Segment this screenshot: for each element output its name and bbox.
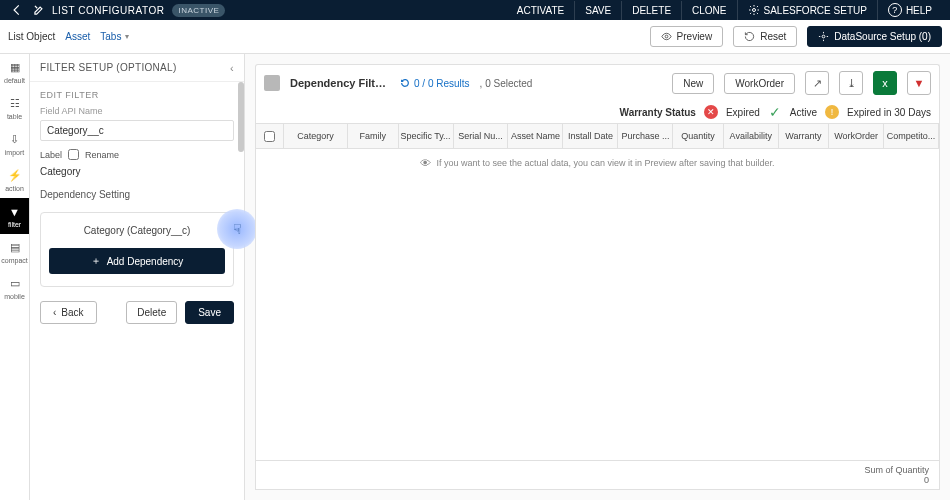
rail-item-import[interactable]: ⇩ import (0, 126, 29, 162)
compact-icon: ▤ (8, 241, 22, 255)
activate-button[interactable]: ACTIVATE (507, 1, 574, 20)
filter-icon: ▼ (8, 205, 22, 219)
bolt-icon: ⚡ (8, 169, 22, 183)
grid-icon: ▦ (8, 61, 22, 75)
empty-message: 👁 If you want to see the actual data, yo… (420, 157, 774, 169)
results-count: 0 / 0 Results (400, 78, 470, 89)
field-api-input[interactable]: Category__c (40, 120, 234, 141)
header-block-icon (264, 75, 280, 91)
col-quantity[interactable]: Quantity (673, 124, 723, 148)
import-icon: ⇩ (8, 133, 22, 147)
table-body: 👁 If you want to see the actual data, yo… (255, 149, 940, 461)
preview-label: Preview (677, 31, 713, 42)
excel-icon[interactable]: x (873, 71, 897, 95)
col-purchase[interactable]: Purchase ... (618, 124, 673, 148)
add-dependency-button[interactable]: ＋ Add Dependency (49, 248, 225, 274)
dependency-title: Category (Category__c) (49, 225, 225, 236)
panel-header: FILTER SETUP (OPTIONAL) ‹ (30, 54, 244, 82)
warning-dot-icon: ! (825, 105, 839, 119)
table-header: Category Family Specific Ty... Serial Nu… (255, 123, 940, 149)
top-bar: LIST CONFIGURATOR INACTIVE ACTIVATE SAVE… (0, 0, 950, 20)
list-object-link[interactable]: Asset (65, 31, 90, 42)
refresh-icon (400, 78, 410, 88)
datasource-label: DataSource Setup (0) (834, 31, 931, 42)
help-button[interactable]: ? HELP (877, 0, 942, 21)
col-competitor[interactable]: Competito... (884, 124, 939, 148)
panel-scrollbar[interactable] (238, 82, 244, 152)
sum-label: Sum of Quantity (864, 465, 929, 475)
rail-item-table[interactable]: ☷ table (0, 90, 29, 126)
rail-item-default[interactable]: ▦ default (0, 54, 29, 90)
rail-item-action[interactable]: ⚡ action (0, 162, 29, 198)
table-footer: Sum of Quantity 0 (255, 461, 940, 490)
list-object-label: List Object (8, 31, 55, 42)
salesforce-setup-button[interactable]: SALESFORCE SETUP (737, 0, 877, 20)
preview-button[interactable]: Preview (650, 26, 724, 47)
rail-item-mobile[interactable]: ▭ mobile (0, 270, 29, 306)
eye-icon (661, 31, 672, 42)
label-value: Category (30, 162, 244, 185)
content-header: Dependency Filter Setti... 0 / 0 Results… (255, 64, 940, 101)
col-availability[interactable]: Availability (724, 124, 779, 148)
rail-item-filter[interactable]: ▼ filter (0, 198, 29, 234)
filter-reset-icon[interactable]: ▼ (907, 71, 931, 95)
breadcrumb-bar: List Object Asset Tabs ▾ Preview Reset D… (0, 20, 950, 54)
share-icon[interactable]: ↗ (805, 71, 829, 95)
reset-label: Reset (760, 31, 786, 42)
col-asset-name[interactable]: Asset Name (508, 124, 563, 148)
back-button[interactable] (8, 1, 26, 19)
datasource-setup-button[interactable]: DataSource Setup (0) (807, 26, 942, 47)
collapse-icon[interactable]: ‹ (230, 62, 234, 74)
rail-item-compact[interactable]: ▤ compact (0, 234, 29, 270)
svg-point-2 (822, 35, 825, 38)
select-all-checkbox[interactable] (264, 131, 275, 142)
filter-panel: FILTER SETUP (OPTIONAL) ‹ EDIT FILTER Fi… (30, 54, 245, 500)
save-button[interactable]: SAVE (574, 1, 621, 20)
rename-checkbox[interactable] (68, 149, 79, 160)
delete-button[interactable]: DELETE (621, 1, 681, 20)
svg-point-0 (752, 9, 755, 12)
content-title: Dependency Filter Setti... (290, 77, 390, 89)
download-icon[interactable]: ⤓ (839, 71, 863, 95)
workorder-button[interactable]: WorkOrder (724, 73, 795, 94)
gear-icon (748, 4, 760, 16)
col-family[interactable]: Family (348, 124, 398, 148)
col-category[interactable]: Category (284, 124, 348, 148)
expired30-label: Expired in 30 Days (847, 107, 931, 118)
svg-point-1 (665, 35, 668, 38)
help-icon: ? (888, 3, 902, 17)
col-specific-type[interactable]: Specific Ty... (399, 124, 454, 148)
reset-button[interactable]: Reset (733, 26, 797, 47)
clone-button[interactable]: CLONE (681, 1, 736, 20)
expired-label: Expired (726, 107, 760, 118)
col-workorder[interactable]: WorkOrder (829, 124, 884, 148)
app-title: LIST CONFIGURATOR (52, 5, 164, 16)
new-button[interactable]: New (672, 73, 714, 94)
edit-filter-header: EDIT FILTER (30, 82, 244, 104)
field-api-label: Field API Name (30, 104, 244, 118)
add-dependency-label: Add Dependency (107, 256, 184, 267)
panel-delete-button[interactable]: Delete (126, 301, 177, 324)
gear-icon (818, 31, 829, 42)
col-warranty[interactable]: Warranty (779, 124, 829, 148)
status-badge: INACTIVE (172, 4, 225, 17)
table-icon: ☷ (8, 97, 22, 111)
select-all-cell[interactable] (256, 124, 284, 148)
col-install-date[interactable]: Install Date (563, 124, 618, 148)
mobile-icon: ▭ (8, 277, 22, 291)
warranty-status-bar: Warranty Status ✕ Expired ✓ Active ! Exp… (255, 101, 940, 123)
panel-save-button[interactable]: Save (185, 301, 234, 324)
left-rail: ▦ default ☷ table ⇩ import ⚡ action ▼ fi… (0, 54, 30, 500)
back-label: Back (61, 307, 83, 318)
label-label: Label (40, 150, 62, 160)
tabs-link[interactable]: Tabs (100, 31, 121, 42)
content-area: Dependency Filter Setti... 0 / 0 Results… (245, 54, 950, 500)
salesforce-setup-label: SALESFORCE SETUP (764, 5, 867, 16)
panel-title: FILTER SETUP (OPTIONAL) (40, 62, 177, 73)
active-check-icon: ✓ (768, 105, 782, 119)
col-serial[interactable]: Serial Nu... (454, 124, 509, 148)
tools-icon (32, 3, 46, 17)
chevron-down-icon[interactable]: ▾ (125, 32, 129, 41)
sum-value: 0 (864, 475, 929, 485)
back-button[interactable]: ‹ Back (40, 301, 97, 324)
